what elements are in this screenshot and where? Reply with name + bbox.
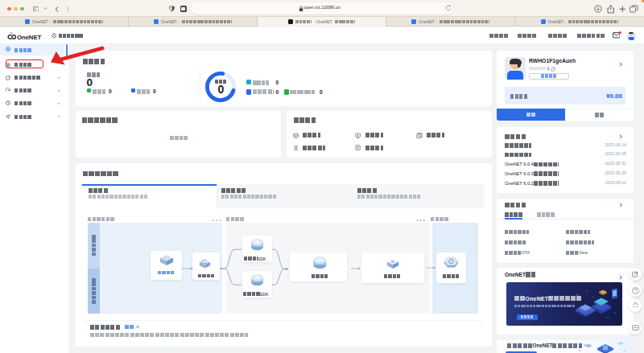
svg-text:OneNET: OneNET: [17, 33, 41, 39]
svg-text:?: ?: [634, 288, 637, 293]
